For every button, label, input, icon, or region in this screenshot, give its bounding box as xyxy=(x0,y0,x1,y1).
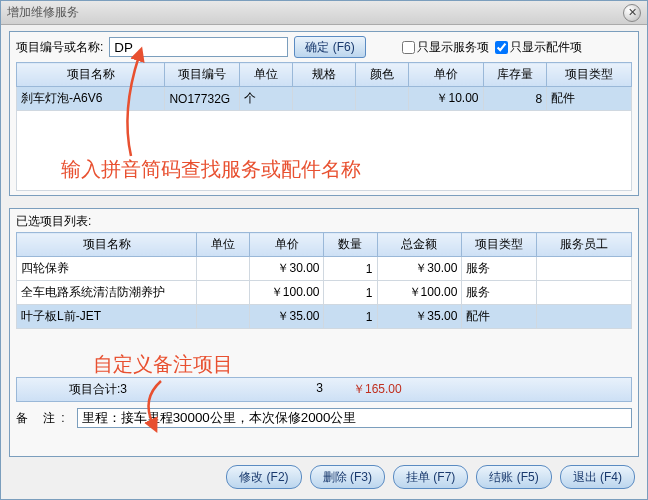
remark-input[interactable] xyxy=(77,408,632,428)
sel-row[interactable]: 叶子板L前-JET ￥35.00 1 ￥35.00 配件 xyxy=(17,305,632,329)
cell-unit: 个 xyxy=(239,87,292,111)
search-result-table: 项目名称 项目编号 单位 规格 颜色 单价 库存量 项目类型 刹车灯泡-A6V6… xyxy=(16,62,632,191)
totals-label: 项目合计:3 xyxy=(23,381,173,398)
s0-price: ￥30.00 xyxy=(250,257,324,281)
s2-price: ￥35.00 xyxy=(250,305,324,329)
delete-button[interactable]: 删除 (F3) xyxy=(310,465,385,489)
table-header-row: 项目名称 项目编号 单位 规格 颜色 单价 库存量 项目类型 xyxy=(17,63,632,87)
selected-panel: 已选项目列表: 项目名称 单位 单价 数量 总金额 项目类型 服务员工 xyxy=(9,208,639,457)
button-row: 修改 (F2) 删除 (F3) 挂单 (F7) 结账 (F5) 退出 (F4) xyxy=(9,457,639,493)
titlebar: 增加维修服务 ✕ xyxy=(1,1,647,25)
table-row[interactable]: 刹车灯泡-A6V6 NO17732G 个 ￥10.00 8 配件 xyxy=(17,87,632,111)
s0-qty: 1 xyxy=(324,257,377,281)
cell-stock: 8 xyxy=(483,87,547,111)
s1-type: 服务 xyxy=(462,281,536,305)
th-color[interactable]: 颜色 xyxy=(356,63,409,87)
selected-list-label: 已选项目列表: xyxy=(16,213,632,230)
only-service-label: 只显示服务项 xyxy=(417,39,489,56)
exit-button[interactable]: 退出 (F4) xyxy=(560,465,635,489)
s2-name: 叶子板L前-JET xyxy=(17,305,197,329)
window-title: 增加维修服务 xyxy=(7,4,79,21)
totals-row: 项目合计:3 3 ￥165.00 xyxy=(16,377,632,402)
s2-unit xyxy=(197,305,250,329)
remark-row: 备 注: xyxy=(16,408,632,428)
edit-button[interactable]: 修改 (F2) xyxy=(226,465,301,489)
only-service-input[interactable] xyxy=(402,41,415,54)
s0-type: 服务 xyxy=(462,257,536,281)
hold-button[interactable]: 挂单 (F7) xyxy=(393,465,468,489)
confirm-button[interactable]: 确定 (F6) xyxy=(294,36,365,58)
s0-amount: ￥30.00 xyxy=(377,257,462,281)
th-type[interactable]: 项目类型 xyxy=(547,63,632,87)
content: 项目编号或名称: 确定 (F6) 只显示服务项 只显示配件项 xyxy=(1,25,647,499)
sel-row[interactable]: 全车电路系统清洁防潮养护 ￥100.00 1 ￥100.00 服务 xyxy=(17,281,632,305)
search-input[interactable] xyxy=(109,37,288,57)
table-row-empty xyxy=(17,111,632,191)
only-part-label: 只显示配件项 xyxy=(510,39,582,56)
s2-staff xyxy=(536,305,631,329)
cell-name: 刹车灯泡-A6V6 xyxy=(17,87,165,111)
s2-amount: ￥35.00 xyxy=(377,305,462,329)
close-icon[interactable]: ✕ xyxy=(623,4,641,22)
th-stock[interactable]: 库存量 xyxy=(483,63,547,87)
cell-type: 配件 xyxy=(547,87,632,111)
only-part-input[interactable] xyxy=(495,41,508,54)
s1-unit xyxy=(197,281,250,305)
s1-price: ￥100.00 xyxy=(250,281,324,305)
only-part-checkbox[interactable]: 只显示配件项 xyxy=(495,39,582,56)
totals-amount: ￥165.00 xyxy=(353,381,402,398)
s0-staff xyxy=(536,257,631,281)
s0-name: 四轮保养 xyxy=(17,257,197,281)
th-spec[interactable]: 规格 xyxy=(292,63,356,87)
sth-type[interactable]: 项目类型 xyxy=(462,233,536,257)
s0-unit xyxy=(197,257,250,281)
cell-price: ￥10.00 xyxy=(409,87,483,111)
remark-label: 备 注: xyxy=(16,410,71,427)
s2-type: 配件 xyxy=(462,305,536,329)
sth-unit[interactable]: 单位 xyxy=(197,233,250,257)
sth-qty[interactable]: 数量 xyxy=(324,233,377,257)
th-unit[interactable]: 单位 xyxy=(239,63,292,87)
th-name[interactable]: 项目名称 xyxy=(17,63,165,87)
s1-qty: 1 xyxy=(324,281,377,305)
s2-qty: 1 xyxy=(324,305,377,329)
sel-header-row: 项目名称 单位 单价 数量 总金额 项目类型 服务员工 xyxy=(17,233,632,257)
s1-staff xyxy=(536,281,631,305)
selected-table: 项目名称 单位 单价 数量 总金额 项目类型 服务员工 四轮保养 ￥30.00 xyxy=(16,232,632,329)
sth-amount[interactable]: 总金额 xyxy=(377,233,462,257)
sel-row[interactable]: 四轮保养 ￥30.00 1 ￥30.00 服务 xyxy=(17,257,632,281)
cell-color xyxy=(356,87,409,111)
annotation-text-2: 自定义备注项目 xyxy=(93,351,233,378)
cell-spec xyxy=(292,87,356,111)
search-label: 项目编号或名称: xyxy=(16,39,103,56)
sth-staff[interactable]: 服务员工 xyxy=(536,233,631,257)
sth-name[interactable]: 项目名称 xyxy=(17,233,197,257)
only-service-checkbox[interactable]: 只显示服务项 xyxy=(402,39,489,56)
th-price[interactable]: 单价 xyxy=(409,63,483,87)
th-code[interactable]: 项目编号 xyxy=(165,63,239,87)
top-panel: 项目编号或名称: 确定 (F6) 只显示服务项 只显示配件项 xyxy=(9,31,639,196)
s1-name: 全车电路系统清洁防潮养护 xyxy=(17,281,197,305)
s1-amount: ￥100.00 xyxy=(377,281,462,305)
sth-price[interactable]: 单价 xyxy=(250,233,324,257)
search-row: 项目编号或名称: 确定 (F6) 只显示服务项 只显示配件项 xyxy=(16,36,632,58)
checkout-button[interactable]: 结账 (F5) xyxy=(476,465,551,489)
window: 增加维修服务 ✕ 项目编号或名称: 确定 (F6) 只显示服务项 只显示配件项 xyxy=(0,0,648,500)
cell-code: NO17732G xyxy=(165,87,239,111)
display-filters: 只显示服务项 只显示配件项 xyxy=(402,39,582,56)
totals-qty: 3 xyxy=(173,381,353,398)
